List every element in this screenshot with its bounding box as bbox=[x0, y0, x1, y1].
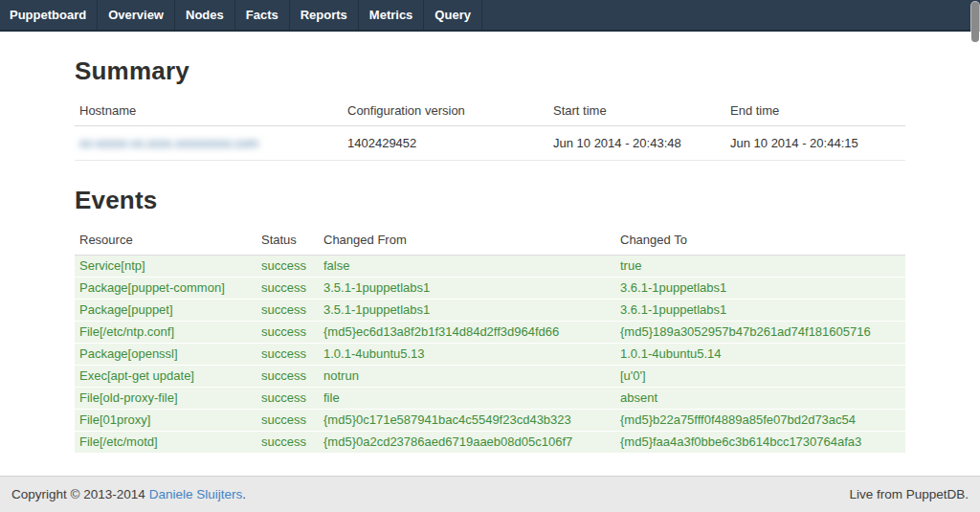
event-status: success bbox=[256, 344, 319, 366]
summary-col-config-version: Configuration version bbox=[343, 95, 548, 126]
event-status: success bbox=[256, 432, 319, 454]
events-heading: Events bbox=[75, 186, 905, 215]
nav-item-reports[interactable]: Reports bbox=[290, 0, 359, 30]
event-changed-to: {md5}b22a75fff0f4889a85fe07bd2d73ac54 bbox=[615, 410, 905, 432]
event-changed-to: {md5}faa4a3f0bbe6c3b614bcc1730764afa3 bbox=[615, 432, 905, 454]
summary-heading: Summary bbox=[75, 56, 905, 86]
event-status: success bbox=[256, 256, 319, 278]
events-col-changed-to: Changed To bbox=[615, 224, 905, 256]
event-changed-to: 3.6.1-1puppetlabs1 bbox=[615, 278, 905, 300]
event-changed-from: notrun bbox=[319, 366, 615, 388]
event-changed-to: {md5}189a3052957b47b261ad74f181605716 bbox=[615, 322, 905, 344]
start-time-cell: Jun 10 2014 - 20:43:48 bbox=[548, 126, 725, 161]
hostname-link-redacted[interactable]: xx-xxxxx-xx.xxxx.xxxxxxxxx.com bbox=[79, 136, 258, 150]
event-changed-from: {md5}0a2cd23786aed6719aaeb08d05c106f7 bbox=[319, 432, 615, 454]
summary-col-start-time: Start time bbox=[548, 95, 725, 126]
event-resource: File[/etc/ntp.conf] bbox=[75, 322, 256, 344]
event-changed-from: file bbox=[319, 388, 615, 410]
hostname-cell: xx-xxxxx-xx.xxxx.xxxxxxxxx.com bbox=[75, 126, 343, 161]
event-row: Package[puppet-common] success 3.5.1-1pu… bbox=[75, 278, 905, 300]
event-changed-to: 3.6.1-1puppetlabs1 bbox=[615, 300, 905, 322]
event-changed-from: 1.0.1-4ubuntu5.13 bbox=[319, 344, 615, 366]
nav-item-nodes[interactable]: Nodes bbox=[175, 0, 235, 30]
event-row: Package[openssl] success 1.0.1-4ubuntu5.… bbox=[75, 344, 905, 366]
event-resource: Exec[apt-get update] bbox=[75, 366, 256, 388]
event-status: success bbox=[256, 300, 319, 322]
events-header-row: Resource Status Changed From Changed To bbox=[75, 224, 905, 256]
event-row: Exec[apt-get update] success notrun [u'0… bbox=[75, 366, 905, 388]
summary-row: xx-xxxxx-xx.xxxx.xxxxxxxxx.com 140242945… bbox=[75, 126, 905, 161]
event-row: File[/etc/ntp.conf] success {md5}ec6d13a… bbox=[75, 322, 905, 344]
event-changed-from: 3.5.1-1puppetlabs1 bbox=[319, 278, 615, 300]
events-col-changed-from: Changed From bbox=[319, 224, 615, 256]
summary-table: Hostname Configuration version Start tim… bbox=[75, 95, 905, 161]
copyright-period: . bbox=[242, 487, 246, 501]
copyright-text: Copyright © 2013-2014 bbox=[11, 487, 145, 501]
events-col-resource: Resource bbox=[75, 224, 256, 256]
event-row: File[old-proxy-file] success file absent bbox=[75, 388, 905, 410]
event-resource: Package[openssl] bbox=[75, 344, 256, 366]
event-status: success bbox=[256, 278, 319, 300]
events-table: Resource Status Changed From Changed To … bbox=[75, 224, 905, 454]
event-changed-to: absent bbox=[615, 388, 905, 410]
event-changed-from: false bbox=[319, 256, 615, 278]
scrollbar-thumb[interactable] bbox=[971, 2, 979, 42]
event-resource: Service[ntp] bbox=[75, 256, 256, 278]
nav-brand-puppetboard[interactable]: Puppetboard bbox=[0, 0, 98, 30]
summary-col-hostname: Hostname bbox=[75, 95, 343, 126]
nav-item-metrics[interactable]: Metrics bbox=[359, 0, 425, 30]
event-resource: File[01proxy] bbox=[75, 410, 256, 432]
nav-item-overview[interactable]: Overview bbox=[98, 0, 175, 30]
config-version-cell: 1402429452 bbox=[343, 126, 548, 161]
event-status: success bbox=[256, 410, 319, 432]
summary-header-row: Hostname Configuration version Start tim… bbox=[75, 95, 905, 126]
event-changed-from: {md5}0c171e587941bac4c5549f23cd43b323 bbox=[319, 410, 615, 432]
event-resource: Package[puppet-common] bbox=[75, 278, 256, 300]
footer: Copyright © 2013-2014Daniele Sluijters. … bbox=[0, 476, 980, 512]
event-changed-to: 1.0.1-4ubuntu5.14 bbox=[615, 344, 905, 366]
event-resource: File[/etc/motd] bbox=[75, 432, 256, 454]
event-resource: File[old-proxy-file] bbox=[75, 388, 256, 410]
navbar: Puppetboard Overview Nodes Facts Reports… bbox=[0, 0, 980, 32]
event-status: success bbox=[256, 366, 319, 388]
end-time-cell: Jun 10 2014 - 20:44:15 bbox=[725, 126, 905, 161]
puppetdb-status-text: Live from PuppetDB. bbox=[849, 487, 969, 501]
event-status: success bbox=[256, 322, 319, 344]
event-row: Service[ntp] success false true bbox=[75, 256, 905, 278]
event-changed-from: 3.5.1-1puppetlabs1 bbox=[319, 300, 615, 322]
event-status: success bbox=[256, 388, 319, 410]
event-changed-from: {md5}ec6d13a8f2b1f314d84d2ff3d964fd66 bbox=[319, 322, 615, 344]
event-row: Package[puppet] success 3.5.1-1puppetlab… bbox=[75, 300, 905, 322]
nav-item-query[interactable]: Query bbox=[424, 0, 482, 30]
event-changed-to: [u'0'] bbox=[615, 366, 905, 388]
copyright: Copyright © 2013-2014Daniele Sluijters. bbox=[11, 487, 246, 501]
event-resource: Package[puppet] bbox=[75, 300, 256, 322]
event-changed-to: true bbox=[615, 256, 905, 278]
events-col-status: Status bbox=[256, 224, 319, 256]
main-content: Summary Hostname Configuration version S… bbox=[75, 56, 905, 454]
event-row: File[/etc/motd] success {md5}0a2cd23786a… bbox=[75, 432, 905, 454]
nav-item-facts[interactable]: Facts bbox=[235, 0, 290, 30]
summary-col-end-time: End time bbox=[725, 95, 905, 126]
author-link[interactable]: Daniele Sluijters bbox=[149, 487, 243, 501]
event-row: File[01proxy] success {md5}0c171e587941b… bbox=[75, 410, 905, 432]
